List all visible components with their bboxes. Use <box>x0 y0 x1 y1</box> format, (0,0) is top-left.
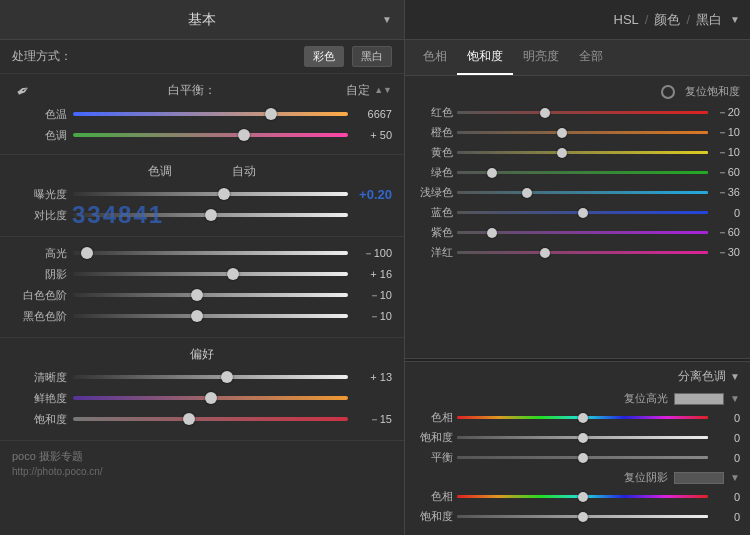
contrast-thumb[interactable] <box>205 209 217 221</box>
tint-track-wrap[interactable] <box>73 127 348 143</box>
hsl-orange-wrap[interactable] <box>457 126 708 140</box>
highlight-track-wrap[interactable] <box>73 245 348 261</box>
sh-sat-wrap[interactable] <box>457 510 708 524</box>
hl-sat-label: 饱和度 <box>415 430 453 445</box>
clarity-track-wrap[interactable] <box>73 369 348 385</box>
black-clip-track-wrap[interactable] <box>73 308 348 324</box>
shadow-swatch[interactable] <box>674 472 724 484</box>
color-label[interactable]: 颜色 <box>654 11 680 29</box>
hsl-blue-value: 0 <box>712 207 740 219</box>
tone-section: 色调 自动 曝光度 +0.20 对比度 <box>0 155 404 237</box>
hsl-yellow-wrap[interactable] <box>457 146 708 160</box>
black-clip-thumb[interactable] <box>191 310 203 322</box>
white-clip-track-wrap[interactable] <box>73 287 348 303</box>
sh-sat-thumb[interactable] <box>578 512 588 522</box>
hsl-orange-track <box>457 131 708 134</box>
hsl-green-label: 绿色 <box>415 165 453 180</box>
hsl-magenta-track <box>457 251 708 254</box>
highlight-thumb[interactable] <box>81 247 93 259</box>
hsl-magenta-row: 洋红 －30 <box>415 245 740 260</box>
sh-sat-value: 0 <box>712 511 740 523</box>
hl-hue-wrap[interactable] <box>457 411 708 425</box>
clarity-row: 清晰度 + 13 <box>12 369 392 385</box>
hsl-green-thumb[interactable] <box>487 168 497 178</box>
highlight-swatch[interactable] <box>674 393 724 405</box>
hsl-green-wrap[interactable] <box>457 166 708 180</box>
clarity-thumb[interactable] <box>221 371 233 383</box>
saturation-track-wrap[interactable] <box>73 411 348 427</box>
shadow-thumb[interactable] <box>227 268 239 280</box>
shadow-sub-header: 复位阴影 ▼ <box>415 470 740 485</box>
hl-sat-thumb[interactable] <box>578 433 588 443</box>
tint-thumb[interactable] <box>238 129 250 141</box>
balance-label: 平衡 <box>415 450 453 465</box>
white-clip-row: 白色色阶 －10 <box>12 287 392 303</box>
hsl-blue-thumb[interactable] <box>578 208 588 218</box>
hsl-orange-thumb[interactable] <box>557 128 567 138</box>
hsl-green-row: 绿色 －60 <box>415 165 740 180</box>
hsl-sat-header: 复位饱和度 <box>415 84 740 99</box>
white-clip-thumb[interactable] <box>191 289 203 301</box>
sh-hue-thumb[interactable] <box>578 492 588 502</box>
exposure-track-wrap[interactable] <box>73 186 348 202</box>
shadow-track-wrap[interactable] <box>73 266 348 282</box>
hl-hue-thumb[interactable] <box>578 413 588 423</box>
hsl-aqua-wrap[interactable] <box>457 186 708 200</box>
hsl-purple-thumb[interactable] <box>487 228 497 238</box>
right-panel-arrow[interactable]: ▼ <box>730 14 740 25</box>
balance-wrap[interactable] <box>457 451 708 465</box>
tab-hue[interactable]: 色相 <box>413 40 457 75</box>
tone-auto-btn[interactable]: 自动 <box>232 163 256 180</box>
contrast-track-wrap[interactable] <box>73 207 348 223</box>
highlight-sub: 复位高光 ▼ 色相 0 饱和度 <box>415 391 740 445</box>
split-arrow[interactable]: ▼ <box>730 371 740 382</box>
split-sh-expand[interactable]: ▼ <box>730 472 740 483</box>
hsl-yellow-thumb[interactable] <box>557 148 567 158</box>
eyedropper-icon[interactable]: ✒ <box>12 80 32 100</box>
hsl-purple-wrap[interactable] <box>457 226 708 240</box>
hsl-magenta-wrap[interactable] <box>457 246 708 260</box>
watermark-url: http://photo.poco.cn/ <box>12 466 103 477</box>
hsl-blue-label: 蓝色 <box>415 205 453 220</box>
hsl-red-row: 红色 －20 <box>415 105 740 120</box>
hsl-magenta-label: 洋红 <box>415 245 453 260</box>
saturation-thumb[interactable] <box>183 413 195 425</box>
hsl-aqua-thumb[interactable] <box>522 188 532 198</box>
exposure-thumb[interactable] <box>218 188 230 200</box>
vibrance-track-wrap[interactable] <box>73 390 348 406</box>
left-panel-arrow[interactable]: ▼ <box>382 14 392 25</box>
bw-label[interactable]: 黑白 <box>696 11 722 29</box>
temp-track-wrap[interactable] <box>73 106 348 122</box>
bw-btn[interactable]: 黑白 <box>352 46 392 67</box>
hsl-red-thumb[interactable] <box>540 108 550 118</box>
sep1: / <box>645 12 649 27</box>
sh-hue-wrap[interactable] <box>457 490 708 504</box>
saturation-row: 饱和度 －15 <box>12 411 392 427</box>
balance-thumb[interactable] <box>578 453 588 463</box>
temp-thumb[interactable] <box>265 108 277 120</box>
tab-brightness[interactable]: 明亮度 <box>513 40 569 75</box>
hsl-blue-wrap[interactable] <box>457 206 708 220</box>
wb-arrow: ▲▼ <box>374 85 392 95</box>
hsl-red-wrap[interactable] <box>457 106 708 120</box>
highlight-row: 高光 －100 <box>12 245 392 261</box>
highlight-track <box>73 251 348 255</box>
split-hl-expand[interactable]: ▼ <box>730 393 740 404</box>
reset-sat-btn[interactable]: 复位饱和度 <box>685 84 740 99</box>
hl-sat-row: 饱和度 0 <box>415 430 740 445</box>
pref-header: 偏好 <box>12 346 392 363</box>
hsl-content: 复位饱和度 红色 －20 橙色 －1 <box>405 76 750 358</box>
tab-saturation[interactable]: 饱和度 <box>457 40 513 75</box>
sh-sat-row: 饱和度 0 <box>415 509 740 524</box>
tab-all[interactable]: 全部 <box>569 40 613 75</box>
target-icon[interactable] <box>661 85 675 99</box>
tint-label: 色调 <box>12 128 67 143</box>
hsl-magenta-thumb[interactable] <box>540 248 550 258</box>
wb-preset[interactable]: 自定 ▲▼ <box>346 82 392 99</box>
shadow-sub: 复位阴影 ▼ 色相 0 饱和度 <box>415 470 740 524</box>
vibrance-thumb[interactable] <box>205 392 217 404</box>
color-btn[interactable]: 彩色 <box>304 46 344 67</box>
hsl-purple-label: 紫色 <box>415 225 453 240</box>
temperature-row: 色温 6667 <box>12 106 392 122</box>
hl-sat-wrap[interactable] <box>457 431 708 445</box>
